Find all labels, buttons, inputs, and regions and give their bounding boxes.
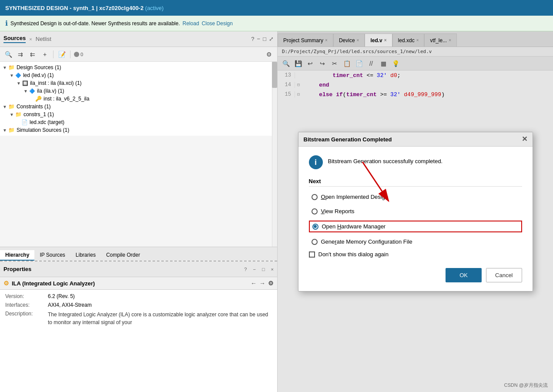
tree-item-constraints[interactable]: ▼ 📁 Constraints (1) <box>0 103 277 111</box>
dialog-close-icon[interactable]: ✕ <box>522 136 527 143</box>
info-message: Synthesized Design is out-of-date. Newer… <box>10 20 180 27</box>
tree-item-simulation[interactable]: ▼ 📁 Simulation Sources (1) <box>0 126 277 134</box>
props-component-title: ⚙ ILA (Integrated Logic Analyzer) ← → ⚙ <box>0 277 277 290</box>
edit-icon[interactable]: 📝 <box>57 50 67 59</box>
constraints-label: Constraints (1) <box>17 104 51 110</box>
dialog-next-label: Next <box>309 178 522 187</box>
tab-sources-close[interactable]: × <box>29 37 32 42</box>
info-bar: ℹ Synthesized Design is out-of-date. New… <box>0 16 553 31</box>
props-content: Version: 6.2 (Rev. 5) Interfaces: AXI4, … <box>0 290 277 392</box>
version-value: 6.2 (Rev. 5) <box>48 293 75 299</box>
props-component-name: ILA (Integrated Logic Analyzer) <box>12 280 95 287</box>
sources-bottom-tabs: Hierarchy IP Sources Libraries Compile O… <box>0 247 277 261</box>
radio-circle-2 <box>312 208 318 214</box>
expand-icon[interactable]: ⇇ <box>28 50 37 59</box>
prop-description: Description: The Integrated Logic Analyz… <box>5 311 272 326</box>
tree-item-constrs1[interactable]: ▼ 📁 constrs_1 (1) <box>0 111 277 118</box>
settings-icon[interactable]: ⚙ <box>264 50 274 59</box>
help-icon[interactable]: ? <box>251 36 254 42</box>
sources-panel-header: Sources × Netlist ? − □ ⤢ <box>0 31 277 47</box>
radio-label-1: Open Implemented Design <box>321 194 389 200</box>
info-icon: ℹ <box>5 19 8 27</box>
tree-item-ila-inst[interactable]: ▼ 🔲 ila_inst : ila (ila.xci) (1) <box>0 79 277 87</box>
tab-hierarchy[interactable]: Hierarchy <box>0 250 34 261</box>
tree-item-ila[interactable]: ▼ 🔷 ila (ila.v) (1) <box>0 87 277 95</box>
tab-libraries[interactable]: Libraries <box>70 250 101 261</box>
props-help-icon[interactable]: ? <box>244 267 247 272</box>
simulation-label: Simulation Sources (1) <box>17 127 69 133</box>
props-forward-icon[interactable]: → <box>259 280 265 287</box>
main-layout: Sources × Netlist ? − □ ⤢ 🔍 ⇉ ⇇ + 📝 <box>0 31 553 392</box>
dialog-info-icon: i <box>309 155 323 169</box>
radio-open-hardware[interactable]: Open Hardware Manager <box>309 221 522 232</box>
props-restore-icon[interactable]: □ <box>262 267 265 272</box>
tab-ip-sources[interactable]: IP Sources <box>34 250 70 261</box>
props-close-icon[interactable]: × <box>271 267 274 272</box>
tree-item-led[interactable]: ▼ 🔷 led (led.v) (1) <box>0 71 277 79</box>
radio-circle-3 <box>312 224 318 230</box>
tree-item-design-sources[interactable]: ▼ 📁 Design Sources (1) <box>0 64 277 71</box>
radio-circle-1 <box>312 194 318 200</box>
tree-item-led-xdc[interactable]: ▶ 📄 led.xdc (target) <box>0 118 277 126</box>
maximize-icon[interactable]: ⤢ <box>269 36 274 42</box>
props-settings-icon[interactable]: ⚙ <box>268 280 274 287</box>
restore-icon[interactable]: □ <box>263 36 266 42</box>
version-label: Version: <box>5 293 44 299</box>
radio-view-reports[interactable]: View Reports <box>309 206 522 216</box>
tab-netlist[interactable]: Netlist <box>36 36 51 42</box>
radio-label-3: Open Hardware Manager <box>322 223 386 230</box>
underline-1: O <box>321 194 325 200</box>
led-label: led (led.v) (1) <box>23 72 54 78</box>
left-panel: Sources × Netlist ? − □ ⤢ 🔍 ⇉ ⇇ + 📝 <box>0 31 278 392</box>
description-value: The Integrated Logic Analyzer (ILA) core… <box>48 311 272 326</box>
constrs1-label: constrs_1 (1) <box>23 111 54 117</box>
ila-label: ila (ila.v) (1) <box>37 88 64 94</box>
radio-open-implemented[interactable]: Open Implemented Design <box>309 192 522 202</box>
props-component-icon: ⚙ <box>3 280 9 287</box>
title-bar: SYNTHESIZED DESIGN - synth_1 | xc7z020cl… <box>0 0 553 16</box>
reload-link[interactable]: Reload <box>183 20 199 27</box>
led-xdc-label: led.xdc (target) <box>30 119 64 125</box>
status-badge: 0 <box>74 52 83 57</box>
props-back-icon[interactable]: ← <box>251 280 257 287</box>
badge-count: 0 <box>80 52 83 57</box>
panel-icons: ? − □ ⤢ <box>251 36 274 42</box>
underline-3: H <box>337 223 341 230</box>
description-label: Description: <box>5 311 44 326</box>
design-sources-label: Design Sources (1) <box>17 64 61 70</box>
scrollbar-thumb[interactable] <box>272 62 277 88</box>
prop-interfaces: Interfaces: AXI4, AXI4-Stream <box>5 302 272 308</box>
radio-label-4: Generate Memory Configuration File <box>321 238 412 245</box>
close-design-link[interactable]: Close Design <box>202 20 233 27</box>
underline-2: V <box>321 208 325 214</box>
properties-panel: Properties ? − □ × ⚙ ILA (Integrated Log… <box>0 261 277 392</box>
cancel-button[interactable]: Cancel <box>486 268 522 282</box>
checkbox-row: Don't show this dialog again <box>309 251 522 258</box>
bitstream-dialog: Bitstream Generation Completed ✕ i Bitst… <box>298 132 533 291</box>
dialog-title: Bitstream Generation Completed <box>304 136 392 143</box>
dialog-buttons: OK Cancel <box>309 265 522 282</box>
properties-title: Properties <box>3 266 31 272</box>
ok-button[interactable]: OK <box>446 268 482 282</box>
dont-show-checkbox[interactable] <box>309 251 315 258</box>
dont-show-label: Don't show this dialog again <box>318 251 389 258</box>
minimize-icon[interactable]: − <box>257 36 261 42</box>
ila-inst-label: ila_inst : ila (ila.xci) (1) <box>30 80 82 86</box>
prop-version: Version: 6.2 (Rev. 5) <box>5 293 272 299</box>
inst-label: inst : ila_v6_2_5_ila <box>44 96 89 102</box>
properties-header: Properties ? − □ × <box>0 261 277 277</box>
sources-tree: ▼ 📁 Design Sources (1) ▼ 🔷 led (led.v) (… <box>0 62 277 136</box>
radio-label-2: View Reports <box>321 208 355 214</box>
tree-item-inst[interactable]: ▶ 🔑 inst : ila_v6_2_5_ila <box>0 95 277 103</box>
collapse-all-icon[interactable]: ⇉ <box>16 50 25 59</box>
radio-generate-memory[interactable]: Generate Memory Configuration File <box>309 237 522 247</box>
title-text: SYNTHESIZED DESIGN - synth_1 | xc7z020cl… <box>5 5 144 11</box>
tab-sources[interactable]: Sources <box>3 35 26 43</box>
dialog-info-row: i Bitstream Generation successfully comp… <box>309 155 522 169</box>
props-minimize-icon[interactable]: − <box>253 267 255 272</box>
watermark: CSDN @岁月指尖流 <box>504 382 548 389</box>
add-icon[interactable]: + <box>40 50 50 59</box>
tab-compile-order[interactable]: Compile Order <box>101 250 145 261</box>
scrollbar-track <box>272 62 277 247</box>
search-icon[interactable]: 🔍 <box>3 50 13 59</box>
